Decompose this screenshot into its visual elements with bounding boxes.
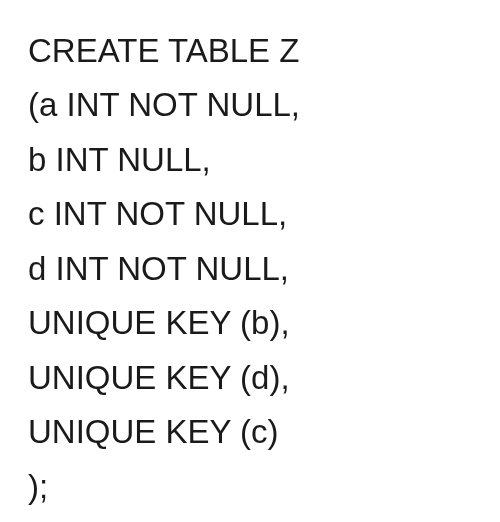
sql-line: UNIQUE KEY (c) (28, 405, 472, 459)
sql-code-block: CREATE TABLE Z (a INT NOT NULL, b INT NU… (28, 24, 472, 514)
sql-line: ); (28, 460, 472, 514)
sql-line: (a INT NOT NULL, (28, 78, 472, 132)
sql-line: CREATE TABLE Z (28, 24, 472, 78)
sql-line: UNIQUE KEY (b), (28, 296, 472, 350)
sql-line: b INT NULL, (28, 133, 472, 187)
sql-line: c INT NOT NULL, (28, 187, 472, 241)
sql-line: UNIQUE KEY (d), (28, 351, 472, 405)
sql-line: d INT NOT NULL, (28, 242, 472, 296)
